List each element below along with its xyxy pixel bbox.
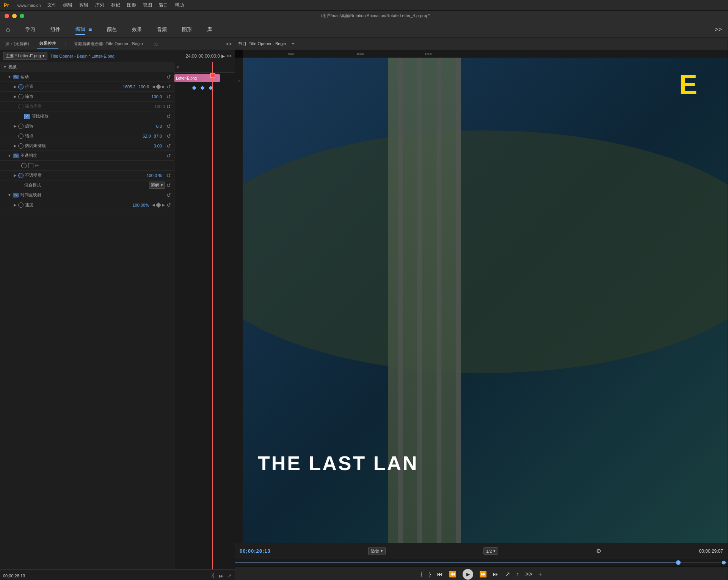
pb-more-btn[interactable]: >> — [525, 571, 532, 578]
opacity-section-reset-btn[interactable]: ↺ — [166, 153, 171, 159]
keyframe-diamond-2[interactable] — [200, 86, 204, 90]
nav-effects[interactable]: 效果 — [132, 25, 142, 34]
menu-item-window[interactable]: 窗口 — [159, 2, 168, 8]
pb-step-back-btn[interactable]: ⏪ — [449, 571, 457, 578]
ec-clip-dropdown-icon[interactable]: ▾ — [42, 53, 45, 58]
prop-anti-flicker-value[interactable]: 0.00 — [154, 144, 162, 148]
opacity-value-expand[interactable]: ▶ — [14, 173, 17, 177]
ec-filter-icon[interactable]: ⧚ — [210, 572, 216, 579]
anchor-stopwatch[interactable] — [18, 133, 24, 139]
home-button[interactable]: ⌂ — [6, 25, 10, 33]
nav-components[interactable]: 组件 — [50, 25, 60, 34]
preview-settings-icon[interactable]: ⚙ — [596, 547, 601, 555]
scale-stopwatch[interactable] — [18, 94, 24, 99]
nav-graphics[interactable]: 图形 — [182, 25, 192, 34]
ec-playhead-handle[interactable] — [210, 73, 215, 78]
position-next-keyframe[interactable]: ▶ — [162, 85, 165, 89]
preview-quality-dropdown-icon[interactable]: ▾ — [493, 549, 496, 553]
prop-rotation-value[interactable]: 0.0 — [156, 124, 162, 129]
prop-anchor-x[interactable]: 62.0 — [143, 134, 151, 138]
menu-item-sequence[interactable]: 序列 — [95, 2, 104, 8]
time-remap-reset-btn[interactable]: ↺ — [166, 192, 171, 198]
rotation-reset-btn[interactable]: ↺ — [166, 123, 171, 129]
nav-more-button[interactable]: >> — [715, 26, 722, 33]
pb-go-in-btn[interactable]: ⏮ — [437, 571, 443, 578]
speed-reset-btn[interactable]: ↺ — [166, 202, 171, 208]
tab-meta[interactable]: 元 — [151, 39, 160, 48]
speed-stopwatch[interactable] — [18, 202, 24, 208]
motion-expand-arrow[interactable]: ▼ — [8, 75, 11, 79]
tab-audio-mixer[interactable]: 音频剪辑混合器: Title Opener - Begin — [72, 39, 145, 48]
scale-expand-arrow[interactable]: ▶ — [14, 94, 17, 99]
anchor-reset-btn[interactable]: ↺ — [166, 133, 171, 139]
pb-step-forward-btn[interactable]: ⏩ — [479, 571, 487, 578]
ec-export-icon[interactable]: ↗ — [227, 573, 232, 579]
preview-tab-label[interactable]: 节目: Title Opener - Begin — [238, 41, 286, 47]
position-add-keyframe[interactable] — [156, 84, 161, 89]
position-prev-keyframe[interactable]: ◀ — [152, 85, 155, 89]
preview-zoom-select[interactable]: 适合 ▾ — [368, 547, 386, 555]
preview-video-area[interactable]: E THE LAST LAN — [243, 58, 728, 543]
scale-reset-btn[interactable]: ↺ — [166, 94, 171, 100]
video-expand-arrow[interactable]: ▼ — [3, 65, 7, 69]
scale-width-stopwatch[interactable] — [18, 104, 24, 109]
keyframe-diamond-1[interactable] — [192, 86, 196, 90]
menu-item-graphics[interactable]: 图形 — [127, 2, 136, 8]
preview-quality-select[interactable]: 1/2 ▾ — [483, 547, 498, 555]
preview-zoom-dropdown-icon[interactable]: ▾ — [381, 549, 383, 553]
prop-anchor-y[interactable]: 87.0 — [154, 134, 162, 138]
pb-lift-btn[interactable]: ↑ — [516, 571, 519, 578]
prop-scale-value[interactable]: 100.0 — [151, 94, 162, 99]
uniform-reset-btn[interactable]: ↺ — [166, 113, 171, 119]
speed-expand[interactable]: ▶ — [14, 203, 17, 207]
position-expand-arrow[interactable]: ▶ — [14, 85, 17, 89]
nav-library[interactable]: 库 — [207, 25, 212, 34]
menu-item-help[interactable]: 帮助 — [175, 2, 184, 8]
menu-item-edit[interactable]: 编辑 — [63, 2, 72, 8]
nav-color[interactable]: 颜色 — [107, 25, 117, 34]
menu-item-marker[interactable]: 标记 — [111, 2, 120, 8]
ec-expand-btn[interactable]: >> — [226, 53, 232, 59]
traffic-light-minimize[interactable] — [12, 14, 17, 18]
position-reset-btn[interactable]: ↺ — [166, 84, 171, 90]
pb-go-out-btn[interactable]: ⏭ — [493, 571, 499, 578]
pb-extract-btn[interactable]: ↗ — [505, 571, 510, 578]
speed-next-keyframe[interactable]: ▶ — [162, 203, 165, 207]
pb-in-point-btn[interactable]: { — [421, 571, 423, 578]
opacity-reset-btn[interactable]: ↺ — [166, 172, 171, 179]
motion-reset-btn[interactable]: ↺ — [166, 74, 171, 80]
nav-audio[interactable]: 音频 — [157, 25, 167, 34]
opacity-square-shape[interactable] — [28, 163, 33, 168]
scale-width-reset-btn[interactable]: ↺ — [166, 103, 171, 110]
menu-item-view[interactable]: 视图 — [143, 2, 152, 8]
prop-speed-value[interactable]: 100.00% — [133, 203, 149, 207]
anti-flicker-stopwatch[interactable] — [18, 143, 24, 149]
anti-flicker-expand[interactable]: ▶ — [14, 144, 17, 148]
opacity-expand[interactable]: ▼ — [8, 154, 11, 158]
panel-menu-icon[interactable]: >> — [226, 41, 232, 47]
traffic-light-maximize[interactable] — [20, 14, 24, 18]
blend-reset-btn[interactable]: ↺ — [166, 182, 171, 188]
rotation-expand[interactable]: ▶ — [14, 124, 17, 128]
speed-add-keyframe[interactable] — [156, 202, 161, 207]
tab-effect-controls[interactable]: 效果控件 — [37, 39, 58, 49]
ec-play-btn[interactable]: ▶ — [221, 53, 225, 59]
preview-menu-icon[interactable]: ≡ — [292, 42, 294, 46]
prop-position-x[interactable]: 1605.2 — [123, 85, 136, 89]
anti-flicker-reset-btn[interactable]: ↺ — [166, 143, 171, 149]
opacity-stopwatch[interactable] — [18, 173, 24, 178]
ec-forward-icon[interactable]: ⏭ — [219, 573, 224, 579]
time-remap-expand[interactable]: ▼ — [8, 193, 11, 197]
menu-item-clip[interactable]: 剪辑 — [79, 2, 88, 8]
pb-add-btn[interactable]: + — [538, 571, 542, 578]
blend-mode-select[interactable]: 溶解 ▾ — [149, 182, 165, 189]
prop-scale-width-value[interactable]: 100.0 — [154, 104, 165, 109]
opacity-circle-shape[interactable] — [21, 163, 27, 168]
opacity-pen-icon[interactable]: ✏ — [35, 163, 39, 168]
speed-prev-keyframe[interactable]: ◀ — [152, 203, 155, 207]
tab-source[interactable]: 源：(无剪辑) — [3, 39, 31, 48]
traffic-light-close[interactable] — [5, 14, 9, 18]
rotation-stopwatch[interactable] — [18, 124, 24, 129]
blend-dropdown-icon[interactable]: ▾ — [161, 183, 163, 188]
pb-play-btn[interactable]: ▶ — [463, 569, 473, 580]
